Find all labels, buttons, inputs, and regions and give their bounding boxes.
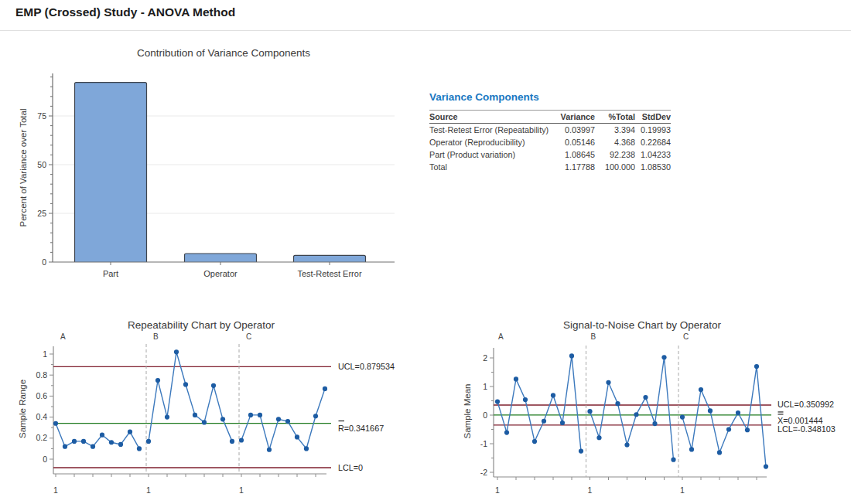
y-tick-label: 0 [43, 455, 47, 464]
data-point [652, 421, 657, 426]
data-point [661, 355, 666, 359]
series-line-c [241, 389, 325, 450]
data-point [220, 417, 225, 421]
data-point [63, 444, 67, 449]
signal-to-noise-chart-svg: Signal-to-Noise Chart by OperatorSample … [460, 313, 851, 504]
bar-part [75, 83, 147, 265]
data-point [81, 439, 86, 444]
data-point [295, 434, 299, 439]
data-point [523, 397, 528, 402]
category-label-test-retest-error: Test-Retest Error [297, 269, 361, 278]
category-label-part: Part [103, 269, 118, 278]
y-tick-label: 1 [483, 382, 487, 391]
y-tick-label: 0 [42, 257, 46, 267]
data-point [745, 427, 750, 432]
data-point [174, 349, 179, 354]
data-point [587, 409, 592, 414]
variance-components-section: Variance Components SourceVariance%Total… [429, 91, 675, 173]
data-point [569, 353, 574, 358]
x-tick-label: 1 [588, 485, 593, 495]
table-header-row: SourceVariance%TotalStdDev [429, 111, 671, 124]
value-cell: 4.368 [595, 136, 635, 148]
table-row: Operator (Reproducibility)0.051464.3680.… [429, 136, 671, 148]
lcl-label: LCL=0 [338, 463, 363, 472]
series-line-b [149, 352, 232, 441]
data-point [128, 430, 132, 434]
y-tick-label: 0.6 [36, 391, 47, 400]
bar-chart-svg: Contribution of Variance ComponentsPerce… [15, 36, 429, 295]
y-tick-label: 75 [37, 111, 46, 121]
table-row: Total1.17788100.0001.08530 [429, 161, 671, 173]
series-line-c [682, 366, 766, 466]
category-label-operator: Operator [203, 269, 238, 278]
y-tick-label: -2 [480, 468, 487, 477]
data-point [596, 435, 601, 440]
signal-to-noise-chart: Signal-to-Noise Chart by OperatorSample … [460, 313, 851, 504]
data-point [183, 382, 188, 387]
data-point [680, 414, 685, 419]
value-cell: 1.17788 [550, 161, 595, 173]
center-label: R=0.341667 [338, 424, 384, 433]
data-point [156, 378, 160, 383]
y-tick-label: 0.8 [36, 370, 47, 380]
column-header-source: Source [429, 111, 550, 124]
y-tick-label: 25 [37, 209, 46, 218]
series-line-a [497, 356, 581, 451]
data-point [304, 446, 309, 451]
panel-label-c: C [246, 332, 251, 341]
data-point [551, 393, 555, 397]
data-point [248, 413, 253, 417]
data-point [211, 383, 216, 388]
x-tick-label: 1 [495, 485, 500, 495]
ucl-label: UCL=0.350992 [778, 400, 834, 409]
panel-label-a: A [498, 332, 504, 341]
data-point [717, 450, 722, 455]
value-cell: 3.394 [595, 124, 635, 137]
data-point [118, 442, 123, 447]
data-point [754, 364, 759, 369]
x-tick-label: 1 [680, 485, 685, 495]
value-cell: 1.08645 [550, 148, 595, 161]
y-tick-label: 0 [483, 410, 487, 420]
data-point [579, 449, 583, 454]
panel-label-c: C [683, 332, 689, 341]
data-point [514, 376, 518, 381]
value-cell: 100.000 [595, 161, 635, 173]
column-header-variance: Variance [550, 111, 595, 124]
y-axis-label: Sample Mean [463, 384, 472, 439]
value-cell: 0.19993 [635, 124, 671, 137]
page-title: EMP (Crossed) Study - ANOVA Method [15, 5, 235, 19]
x-tick-label: 1 [146, 485, 151, 495]
table-row: Part (Product variation)1.0864592.2381.0… [429, 148, 671, 161]
y-tick-label: 0.4 [36, 412, 47, 421]
x-tick-label: 1 [239, 485, 244, 495]
data-point [560, 421, 565, 425]
column-header-total: %Total [595, 111, 635, 124]
data-point [542, 419, 546, 424]
value-cell: 92.238 [595, 148, 635, 161]
repeatability-chart-svg: Repeatability Chart by OperatorSample Ra… [15, 313, 437, 504]
y-axis-label: Sample Range [18, 380, 27, 438]
y-tick-label: -1 [480, 439, 487, 448]
data-point [689, 447, 694, 451]
data-point [764, 465, 768, 469]
data-point [267, 448, 272, 452]
source-cell: Part (Product variation) [429, 148, 550, 161]
data-point [708, 408, 713, 413]
contribution-bar-chart: Contribution of Variance ComponentsPerce… [15, 36, 429, 295]
data-point [230, 439, 234, 444]
value-cell: 1.08530 [635, 161, 671, 173]
x-tick-label: 1 [53, 485, 58, 495]
data-point [202, 420, 207, 424]
data-point [615, 401, 620, 406]
data-point [146, 439, 151, 444]
data-point [137, 446, 142, 451]
data-point [634, 412, 638, 417]
value-cell: 1.04233 [635, 148, 671, 161]
data-point [313, 414, 318, 418]
data-point [72, 439, 77, 444]
table-row: Test-Retest Error (Repeatability)0.03997… [429, 124, 671, 137]
y-axis-label: Percent of Variance over Total [19, 109, 28, 227]
data-point [736, 410, 740, 415]
header-divider [0, 30, 851, 31]
